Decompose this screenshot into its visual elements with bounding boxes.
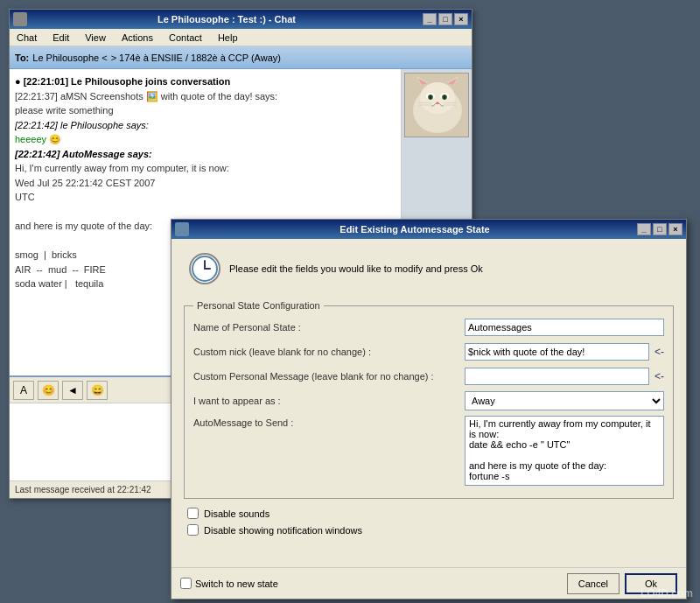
msg-4: heeeey 😊 xyxy=(15,132,396,147)
personal-msg-row: Custom Personal Message (leave blank for… xyxy=(193,367,664,386)
msg-9 xyxy=(15,205,396,220)
watermark: LO4D.com xyxy=(640,587,693,599)
nick-input[interactable] xyxy=(465,343,649,361)
nick-arrow-button[interactable]: <- xyxy=(654,346,664,358)
chat-window-controls: _ □ × xyxy=(423,13,468,25)
dialog-footer-left: Switch to new state xyxy=(180,578,567,589)
chat-to-bar: To: Le Philousophe < > 174è à ENSIIE / 1… xyxy=(10,46,472,69)
fieldset-legend: Personal State Configuration xyxy=(193,300,324,311)
svg-point-12 xyxy=(444,95,446,100)
dialog-titlebar: Edit Existing Automessage State _ □ × xyxy=(172,220,686,239)
edit-dialog: Edit Existing Automessage State _ □ × Pl… xyxy=(171,219,687,599)
msg-3: [22:21:42] le Philousophe says: xyxy=(15,118,396,133)
personal-msg-input-group: <- xyxy=(465,368,664,385)
close-button[interactable]: × xyxy=(454,13,468,25)
dialog-minimize-button[interactable]: _ xyxy=(637,223,651,235)
name-row: Name of Personal State : xyxy=(193,318,664,337)
name-input[interactable] xyxy=(465,319,664,336)
disable-sounds-label: Disable sounds xyxy=(204,508,270,519)
menu-edit[interactable]: Edit xyxy=(49,32,73,44)
to-label: To: xyxy=(15,53,29,63)
dialog-header: Please edit the fields you would like to… xyxy=(184,248,674,290)
personal-state-fieldset: Personal State Configuration Name of Per… xyxy=(184,300,674,499)
disable-sounds-row: Disable sounds xyxy=(187,508,674,519)
menu-view[interactable]: View xyxy=(81,32,109,44)
automessage-label: AutoMessage to Send : xyxy=(193,416,465,428)
nick-row: Custom nick (leave blank for no change) … xyxy=(193,342,664,361)
clock-icon xyxy=(189,253,220,284)
chat-titlebar: Le Philousophe : Test :) - Chat _ □ × xyxy=(10,10,472,29)
dialog-title: Edit Existing Automessage State xyxy=(192,224,637,235)
status-text: Last message received at 22:21:42 xyxy=(15,485,151,494)
appear-as-row: I want to appear as : Available Away Bus… xyxy=(193,391,664,410)
nudge-button[interactable]: 😄 xyxy=(87,381,108,400)
chat-menubar: Chat Edit View Actions Contact Help xyxy=(10,29,472,46)
disable-notifications-label: Disable showing notification windows xyxy=(204,525,362,536)
to-status: > 174è à ENSIIE / 1882è à CCP (Away) xyxy=(111,53,281,63)
cancel-button[interactable]: Cancel xyxy=(567,573,620,594)
msg-7: Wed Jul 25 22:21:42 CEST 2007 xyxy=(15,176,396,191)
msg-5: [22:21:42] AutoMessage says: xyxy=(15,147,396,162)
to-contact: Le Philousophe < xyxy=(32,53,107,63)
automessage-row: AutoMessage to Send : Hi, I'm currently … xyxy=(193,416,664,486)
menu-chat[interactable]: Chat xyxy=(13,32,40,44)
svg-point-2 xyxy=(420,82,455,114)
maximize-button[interactable]: □ xyxy=(438,13,452,25)
contact-avatar xyxy=(404,73,469,137)
dialog-maximize-button[interactable]: □ xyxy=(653,223,667,235)
switch-state-checkbox[interactable] xyxy=(180,578,192,589)
wink-button[interactable]: ◄ xyxy=(62,381,83,400)
dialog-icon xyxy=(175,222,189,236)
chat-window-title: Le Philousophe : Test :) - Chat xyxy=(31,14,423,25)
dialog-close-button[interactable]: × xyxy=(668,223,682,235)
dialog-body: Please edit the fields you would like to… xyxy=(172,239,686,550)
disable-notifications-row: Disable showing notification windows xyxy=(187,524,674,536)
automessage-textarea[interactable]: Hi, I'm currently away from my computer,… xyxy=(465,416,664,486)
dialog-footer: Switch to new state Cancel Ok xyxy=(172,567,686,599)
msg-6: Hi, I'm currently away from my computer,… xyxy=(15,161,396,176)
personal-msg-input[interactable] xyxy=(465,368,649,385)
msg-join: ● [22:21:01] Le Philousophe joins conver… xyxy=(15,74,396,89)
appear-as-label: I want to appear as : xyxy=(193,396,465,406)
personal-msg-label: Custom Personal Message (leave blank for… xyxy=(193,371,465,382)
personal-msg-arrow-button[interactable]: <- xyxy=(654,370,664,382)
msg-8: UTC xyxy=(15,190,396,205)
msg-2: please write something xyxy=(15,103,396,118)
minimize-button[interactable]: _ xyxy=(423,13,437,25)
emoticon-button[interactable]: 😊 xyxy=(38,381,59,400)
font-button[interactable]: A xyxy=(13,381,34,400)
dialog-window-controls: _ □ × xyxy=(637,223,682,235)
appear-as-select[interactable]: Available Away Busy Be Right Back Offlin… xyxy=(465,391,664,410)
disable-notifications-checkbox[interactable] xyxy=(187,524,199,536)
switch-state-label: Switch to new state xyxy=(195,578,278,589)
menu-contact[interactable]: Contact xyxy=(165,32,206,44)
nick-input-group: <- xyxy=(465,343,664,361)
svg-point-11 xyxy=(430,95,432,100)
nick-label: Custom nick (leave blank for no change) … xyxy=(193,347,465,357)
chat-window-icon xyxy=(13,12,27,26)
menu-help[interactable]: Help xyxy=(214,32,242,44)
msg-1: [22:21:37] aMSN Screenshots 🖼️ with quot… xyxy=(15,89,396,104)
menu-actions[interactable]: Actions xyxy=(118,32,157,44)
dialog-header-text: Please edit the fields you would like to… xyxy=(229,263,483,274)
name-label: Name of Personal State : xyxy=(193,322,465,333)
disable-sounds-checkbox[interactable] xyxy=(187,508,199,519)
